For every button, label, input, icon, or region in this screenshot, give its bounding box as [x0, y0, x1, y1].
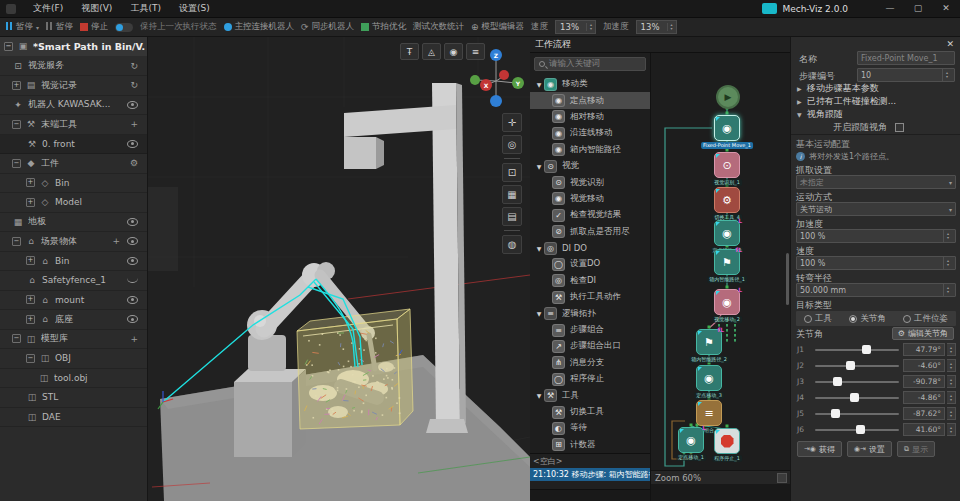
- step-library-item[interactable]: ◯ 程序停止: [530, 371, 650, 387]
- step-library-item[interactable]: ◉ 视觉移动: [530, 191, 650, 207]
- close-button[interactable]: ✕: [932, 0, 960, 17]
- step-library-item[interactable]: ◉ 箱内智能路径: [530, 142, 650, 158]
- get-joints-button[interactable]: ⇥◉ 获得: [797, 441, 842, 457]
- eye-icon[interactable]: [127, 315, 138, 323]
- menu-item[interactable]: 文件(F): [24, 0, 72, 17]
- tree-row[interactable]: ✦ 机器人 KAWASAK...: [0, 96, 147, 116]
- step-library-item[interactable]: ⋔ 消息分支: [530, 355, 650, 371]
- canvas-scrollbar[interactable]: [786, 253, 789, 305]
- name-input[interactable]: Fixed-Point Move_1: [857, 51, 955, 65]
- spinner-icon[interactable]: ▴▾: [943, 230, 952, 242]
- tree-row[interactable]: ◫ DAE: [0, 408, 147, 428]
- pause-primary-button[interactable]: 暂停 ▾: [6, 21, 39, 33]
- slider-track[interactable]: [815, 397, 899, 399]
- workflow-canvas[interactable]: ▶ ◉ Fixed-Point Move_1 ⊙ 视觉识别_1: [650, 53, 790, 501]
- log-line-selected[interactable]: 21:10:32 移动步骤: 箱内智能路径: [530, 468, 650, 481]
- expander[interactable]: −: [26, 354, 35, 363]
- add-icon[interactable]: +: [130, 119, 138, 129]
- spinner-icon[interactable]: ▴▾: [947, 407, 956, 420]
- section-view-follow[interactable]: ▼ 视角跟随: [797, 108, 843, 121]
- search-input[interactable]: 请输入关键词: [534, 57, 646, 71]
- tcp-display-button[interactable]: Ŧ: [400, 43, 419, 60]
- step-library-item[interactable]: ◯ 设置DO: [530, 256, 650, 272]
- menu-item[interactable]: 设置(S): [170, 0, 219, 17]
- orientation-gizmo[interactable]: Z X Y: [466, 45, 528, 109]
- follow-view-checkbox[interactable]: [895, 123, 904, 132]
- add-icon[interactable]: +: [130, 334, 138, 344]
- step-library-item[interactable]: ≡ 步骤组合: [530, 322, 650, 338]
- joint-value-input[interactable]: -87.62°: [903, 407, 945, 420]
- slider-track[interactable]: [815, 349, 899, 351]
- radio-icon[interactable]: [903, 315, 911, 323]
- beat-optimize-button[interactable]: 节拍优化: [361, 21, 406, 33]
- set-joints-button[interactable]: ◉⇥ 设置: [847, 441, 892, 457]
- expander[interactable]: −: [12, 159, 21, 168]
- minimize-button[interactable]: —: [876, 0, 904, 17]
- slider-track[interactable]: [815, 413, 899, 415]
- tree-row[interactable]: − ◫ OBJ: [0, 349, 147, 369]
- slider-track[interactable]: [815, 365, 899, 367]
- slider-handle[interactable]: [831, 409, 840, 418]
- refresh-icon[interactable]: ↻: [130, 61, 138, 71]
- expander[interactable]: +: [12, 81, 21, 90]
- tree-row[interactable]: − ⚒ 末端工具 +: [0, 115, 147, 135]
- eye-icon[interactable]: [127, 237, 138, 245]
- eye-off-icon[interactable]: [127, 278, 138, 283]
- step-library-item[interactable]: ⊘ 抓取点是否用尽: [530, 224, 650, 240]
- node-smart-path-2[interactable]: ⚑ fL 箱内智能路径_2: [696, 329, 722, 355]
- section-collision-check[interactable]: ▶ 已持有工件碰撞检测...: [797, 95, 896, 108]
- refresh-icon[interactable]: ↻: [130, 80, 138, 90]
- spinner-icon[interactable]: ▴▾: [943, 284, 952, 296]
- mesh-display-button[interactable]: ◬: [422, 43, 441, 60]
- node-vision-recognize-1[interactable]: ⊙ 视觉识别_1: [714, 152, 740, 178]
- keep-state-toggle[interactable]: [115, 23, 133, 32]
- model-editor-button[interactable]: ⊕ 模型编辑器: [471, 21, 524, 33]
- spinner-icon[interactable]: ▴▾: [947, 343, 956, 356]
- section-move-basic-params[interactable]: ▶ 移动步骤基本参数: [797, 82, 879, 95]
- joint-value-input[interactable]: 41.60°: [903, 423, 945, 436]
- slider-handle[interactable]: [862, 345, 871, 354]
- master-connect-button[interactable]: 主控连接机器人: [224, 21, 295, 33]
- gear-icon[interactable]: ⚙: [130, 158, 138, 168]
- sync-robot-button[interactable]: ⟳ 同步机器人: [301, 21, 354, 33]
- expander[interactable]: −: [12, 334, 21, 343]
- spinner-icon[interactable]: ▴▾: [947, 359, 956, 372]
- step-library-item[interactable]: ▼ ◎ DI DO: [530, 240, 650, 256]
- zoom-tool-button[interactable]: ◎: [502, 135, 522, 154]
- tree-row[interactable]: + ⌂ mount: [0, 291, 147, 311]
- node-group[interactable]: ≡ 组合: [696, 400, 722, 426]
- acceleration-input[interactable]: 100 % ▴▾: [796, 229, 956, 243]
- joint-value-input[interactable]: -4.86°: [903, 391, 945, 404]
- expander[interactable]: +: [26, 315, 35, 324]
- step-library-item[interactable]: ⊞ 计数器: [530, 437, 650, 453]
- expander[interactable]: −: [4, 42, 13, 51]
- node-fixed-move-10[interactable]: ◉ L 定点移动_10: [714, 220, 740, 246]
- menu-item[interactable]: 视图(V): [72, 0, 121, 17]
- spinner-icon[interactable]: ▴▾: [947, 375, 956, 388]
- caret-down-icon[interactable]: ▼: [534, 245, 544, 252]
- show-joints-button[interactable]: ⧉ 显示: [897, 441, 935, 457]
- slider-handle[interactable]: [850, 393, 859, 402]
- spinner-icon[interactable]: ▴▾: [947, 423, 956, 436]
- tree-row[interactable]: ▦ 地板: [0, 213, 147, 233]
- tree-row[interactable]: − ◫ 模型库 +: [0, 330, 147, 350]
- projection-button[interactable]: ▦: [502, 185, 522, 204]
- spinner-icon[interactable]: ▴▾: [947, 391, 956, 404]
- node-fixed-move-3[interactable]: ◉ 定点移动_3: [696, 365, 722, 391]
- step-library-item[interactable]: ◉ 定点移动: [530, 92, 650, 108]
- motion-type-select[interactable]: 关节运动▾: [796, 202, 956, 216]
- tree-row[interactable]: + ▤ 视觉记录 ↻: [0, 76, 147, 96]
- expander[interactable]: +: [26, 178, 35, 187]
- pan-tool-button[interactable]: ✛: [502, 113, 522, 132]
- step-library-item[interactable]: ⚒ 执行工具动作: [530, 289, 650, 305]
- expander[interactable]: +: [26, 256, 35, 265]
- speed-input[interactable]: 13% ▴▾: [555, 20, 596, 34]
- maximize-button[interactable]: ▢: [904, 0, 932, 17]
- node-smart-path-1[interactable]: ⚑ fL 箱内智能路径_1: [714, 249, 740, 275]
- eye-icon[interactable]: [127, 218, 138, 226]
- add-icon[interactable]: +: [112, 236, 120, 246]
- tree-row[interactable]: ◫ STL: [0, 388, 147, 408]
- step-library-item[interactable]: ▼ ⚒ 工具: [530, 387, 650, 403]
- velocity-input[interactable]: 100 % ▴▾: [796, 256, 956, 270]
- spinner-icon[interactable]: ▴▾: [942, 69, 951, 81]
